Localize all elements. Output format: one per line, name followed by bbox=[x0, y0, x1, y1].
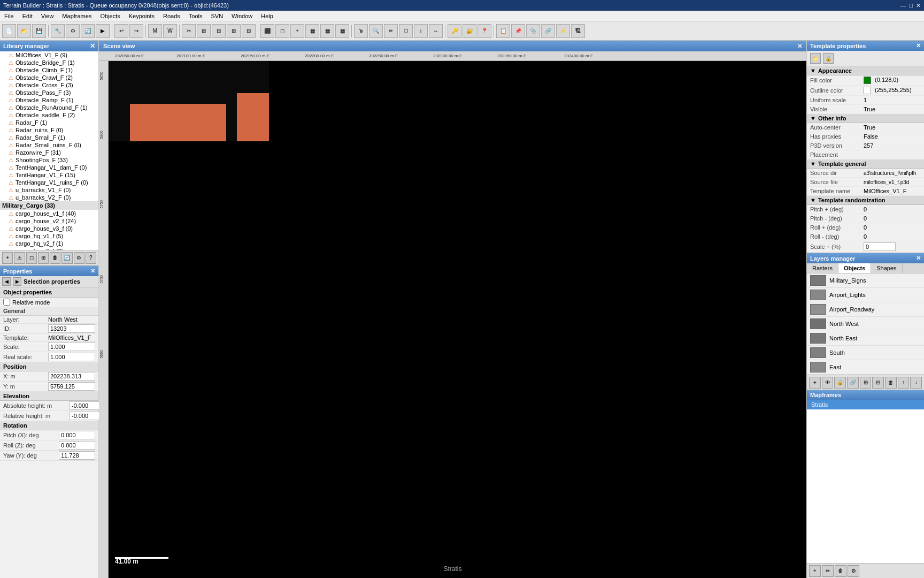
toolbar-btn27[interactable]: 🔐 bbox=[463, 24, 476, 38]
toolbar-btn17[interactable]: ▦ bbox=[305, 24, 319, 38]
layers-tab-objects[interactable]: Objects bbox=[838, 263, 871, 273]
tpl-icon-1[interactable]: 📁 bbox=[810, 53, 821, 64]
maximize-btn[interactable]: □ bbox=[909, 2, 913, 9]
layers-tb-up[interactable]: ↑ bbox=[898, 377, 910, 389]
relative-mode-checkbox[interactable] bbox=[3, 299, 10, 306]
toolbar-btn6[interactable]: ↪ bbox=[129, 24, 143, 38]
layers-tb-merge[interactable]: ⊞ bbox=[860, 377, 872, 389]
menu-svn[interactable]: SVN bbox=[209, 12, 225, 20]
lib-tb-group[interactable]: ⊞ bbox=[38, 252, 49, 264]
absheight-input[interactable] bbox=[70, 401, 102, 410]
lib-item-obstacle-runaround[interactable]: ⚠ Obstacle_RunAround_F (1) bbox=[0, 104, 98, 111]
lib-item-ubarracks-v2[interactable]: ⚠ u_barracks_V2_F (0) bbox=[0, 194, 98, 201]
lib-item-radar-ruins[interactable]: ⚠ Radar_ruins_F (0) bbox=[0, 126, 98, 134]
y-input[interactable] bbox=[48, 382, 95, 391]
menu-view[interactable]: View bbox=[39, 12, 56, 20]
toolbar-btn2[interactable]: ⚙ bbox=[66, 24, 80, 38]
layers-tb-unlink[interactable]: ⊟ bbox=[872, 377, 884, 389]
relheight-input[interactable] bbox=[70, 412, 102, 420]
lib-item-radar-small[interactable]: ⚠ Radar_Small_F (1) bbox=[0, 134, 98, 141]
template-props-close[interactable]: ✕ bbox=[916, 42, 921, 49]
lib-tb-settings[interactable]: ⚙ bbox=[74, 252, 84, 264]
layers-tab-rasters[interactable]: Rasters bbox=[807, 263, 838, 273]
map-svg[interactable] bbox=[109, 61, 269, 141]
layer-item-airport-lights[interactable]: Airport_Lights bbox=[807, 288, 924, 302]
toolbar-save[interactable]: 💾 bbox=[32, 24, 46, 38]
menu-roads[interactable]: Roads bbox=[161, 12, 182, 20]
scene-canvas[interactable]: 202050.00 m E 202100.00 m E 202150.00 m … bbox=[99, 51, 806, 578]
mapframes-tb-edit[interactable]: ✏ bbox=[822, 565, 834, 577]
mapframes-tb-add[interactable]: + bbox=[809, 565, 821, 577]
lib-item-cargo-house-v3[interactable]: ⚠ cargo_house_v3_f (0) bbox=[0, 225, 98, 232]
scale-input[interactable] bbox=[48, 343, 95, 351]
yaw-input[interactable] bbox=[59, 451, 95, 460]
layer-item-airport-roadway[interactable]: Airport_Roadway bbox=[807, 302, 924, 317]
toolbar-btn18[interactable]: ▦ bbox=[320, 24, 334, 38]
layers-tb-eye[interactable]: 👁 bbox=[822, 377, 834, 389]
toolbar-btn5[interactable]: ↩ bbox=[114, 24, 128, 38]
toolbar-btn32[interactable]: 🔗 bbox=[541, 24, 555, 38]
properties-close[interactable]: ✕ bbox=[90, 268, 95, 275]
lib-item-obstacle-bridge[interactable]: ⚠ Obstacle_Bridge_F (1) bbox=[0, 59, 98, 66]
mapframes-tb-settings[interactable]: ⚙ bbox=[848, 565, 859, 577]
menu-edit[interactable]: Edit bbox=[20, 12, 35, 20]
toolbar-btn22[interactable]: ✏ bbox=[384, 24, 398, 38]
layer-item-military-signs[interactable]: Military_Signs bbox=[807, 273, 924, 288]
layers-tb-link[interactable]: 🔗 bbox=[847, 377, 859, 389]
toolbar-new[interactable]: 📄 bbox=[2, 24, 16, 38]
toolbar-btn3[interactable]: 🔄 bbox=[81, 24, 95, 38]
layers-tb-del[interactable]: 🗑 bbox=[885, 377, 897, 389]
realscale-input[interactable] bbox=[48, 353, 95, 361]
lib-item-obstacle-cross[interactable]: ⚠ Obstacle_Cross_F (3) bbox=[0, 81, 98, 89]
toolbar-btn28[interactable]: 📍 bbox=[478, 24, 491, 38]
lib-item-cargo-house-v2[interactable]: ⚠ cargo_house_v2_f (24) bbox=[0, 217, 98, 225]
lib-item-radar-small-ruins[interactable]: ⚠ Radar_Small_ruins_F (0) bbox=[0, 141, 98, 149]
toolbar-btn1[interactable]: 🔧 bbox=[51, 24, 65, 38]
lib-item-obstacle-saddle[interactable]: ⚠ Obstacle_saddle_F (2) bbox=[0, 111, 98, 119]
toolbar-btn10[interactable]: ⊞ bbox=[197, 24, 211, 38]
outline-color-box[interactable] bbox=[864, 87, 871, 94]
layers-tb-add[interactable]: + bbox=[809, 377, 821, 389]
lib-tb-add[interactable]: + bbox=[2, 252, 13, 264]
menu-keypoints[interactable]: Keypoints bbox=[127, 12, 157, 20]
layer-item-north-west[interactable]: North West bbox=[807, 317, 924, 331]
toolbar-btn11[interactable]: ⊟ bbox=[212, 24, 226, 38]
lib-tb-obj[interactable]: ◻ bbox=[26, 252, 37, 264]
toolbar-btn23[interactable]: ⬡ bbox=[399, 24, 413, 38]
toolbar-btn24[interactable]: ↕ bbox=[414, 24, 428, 38]
lib-item-shootingpos[interactable]: ⚠ ShootingPos_F (33) bbox=[0, 156, 98, 164]
toolbar-btn9[interactable]: ✂ bbox=[182, 24, 196, 38]
lib-tb-warn[interactable]: ⚠ bbox=[14, 252, 25, 264]
layers-tb-down[interactable]: ↓ bbox=[910, 377, 922, 389]
toolbar-btn13[interactable]: ⊟ bbox=[242, 24, 256, 38]
lib-tb-del[interactable]: 🗑 bbox=[50, 252, 60, 264]
toolbar-btn29[interactable]: 📋 bbox=[496, 24, 510, 38]
toolbar-btn34[interactable]: 🏗 bbox=[571, 24, 585, 38]
menu-objects[interactable]: Objects bbox=[98, 12, 122, 20]
toolbar-btn12[interactable]: ⊞ bbox=[227, 24, 241, 38]
menu-help[interactable]: Help bbox=[259, 12, 275, 20]
menu-window[interactable]: Window bbox=[229, 12, 255, 20]
toolbar-btn25[interactable]: ↔ bbox=[429, 24, 443, 38]
props-prev[interactable]: ◀ bbox=[2, 277, 11, 286]
lib-item-obstacle-ramp[interactable]: ⚠ Obstacle_Ramp_F (1) bbox=[0, 96, 98, 104]
lib-item-obstacle-crawl[interactable]: ⚠ Obstacle_Crawl_F (2) bbox=[0, 74, 98, 81]
library-manager-close[interactable]: ✕ bbox=[90, 42, 95, 50]
lib-item-radar[interactable]: ⚠ Radar_F (1) bbox=[0, 119, 98, 126]
menu-mapframes[interactable]: Mapframes bbox=[60, 12, 94, 20]
fill-color-box[interactable] bbox=[864, 77, 871, 84]
layers-tb-lock[interactable]: 🔒 bbox=[834, 377, 846, 389]
toolbar-btn30[interactable]: 📌 bbox=[511, 24, 525, 38]
id-input[interactable] bbox=[48, 324, 95, 333]
layers-tab-shapes[interactable]: Shapes bbox=[871, 263, 902, 273]
lib-item-ubarracks-v1[interactable]: ⚠ u_barracks_V1_F (0) bbox=[0, 186, 98, 194]
lib-item-cargo-hq-v1[interactable]: ⚠ cargo_hq_v1_f (5) bbox=[0, 232, 98, 240]
props-next[interactable]: ▶ bbox=[13, 277, 21, 286]
lib-item-cargo-hq-v2[interactable]: ⚠ cargo_hq_v2_f (1) bbox=[0, 240, 98, 247]
toolbar-btn14[interactable]: ⬛ bbox=[260, 24, 274, 38]
toolbar-btn20[interactable]: 🖱 bbox=[354, 24, 368, 38]
lib-item-tenthangar-v1[interactable]: ⚠ TentHangar_V1_F (15) bbox=[0, 171, 98, 179]
lib-item-obstacle-pass[interactable]: ⚠ Obstacle_Pass_F (3) bbox=[0, 89, 98, 96]
mapframe-stratis[interactable]: Stratis bbox=[807, 400, 924, 409]
toolbar-btn7[interactable]: M bbox=[148, 24, 162, 38]
